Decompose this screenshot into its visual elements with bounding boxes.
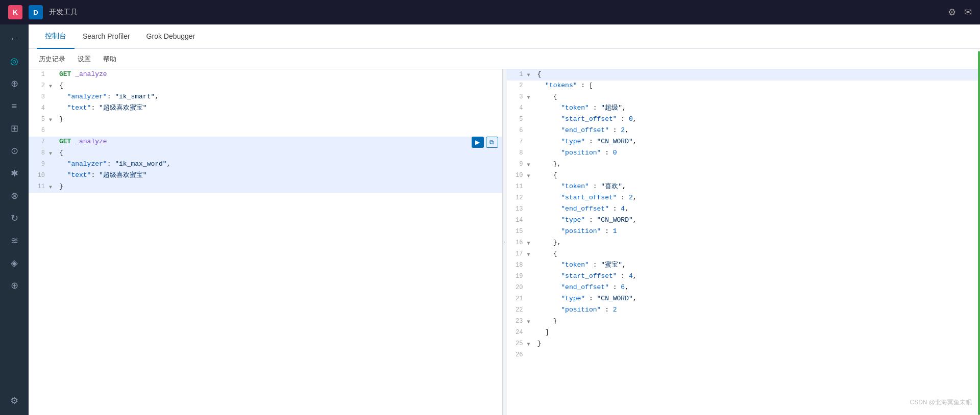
line-num: 5 bbox=[507, 114, 527, 124]
fold-btn bbox=[527, 215, 533, 226]
line-content: ] bbox=[533, 327, 981, 338]
table-row: 13 "end_offset" : 4, bbox=[507, 204, 981, 215]
fold-btn[interactable]: ▼ bbox=[527, 69, 533, 81]
left-editor-panel: 1 GET _analyze 2 ▼ { 3 "analyzer bbox=[29, 69, 503, 415]
fold-btn bbox=[527, 226, 533, 238]
table-row: 6 bbox=[29, 125, 502, 137]
fold-btn[interactable]: ▼ bbox=[527, 159, 533, 170]
fold-btn bbox=[527, 81, 533, 92]
sidebar-item-dashboard[interactable]: ◎ bbox=[4, 51, 24, 71]
line-num: 10 bbox=[507, 170, 527, 180]
sidebar-item-ml[interactable]: ✱ bbox=[4, 163, 24, 184]
toolbar: 历史记录 设置 帮助 bbox=[29, 49, 980, 69]
table-row: 3 ▼ { bbox=[507, 92, 981, 103]
line-num: 2 bbox=[507, 81, 527, 91]
sidebar-item-visualize[interactable]: ≡ bbox=[4, 96, 24, 116]
copy-button[interactable]: ⧉ bbox=[486, 137, 498, 148]
sidebar-item-discover[interactable]: ⊕ bbox=[4, 73, 24, 94]
table-row: 22 "position" : 2 bbox=[507, 305, 981, 316]
run-button[interactable]: ▶ bbox=[472, 137, 484, 148]
fold-btn[interactable]: ▼ bbox=[527, 170, 533, 181]
line-num: 7 bbox=[507, 137, 527, 147]
table-row: 10 ▼ { bbox=[507, 170, 981, 181]
fold-btn[interactable]: ▼ bbox=[49, 114, 55, 125]
table-row: 10 "text": "超级喜欢蜜宝" bbox=[29, 170, 502, 181]
line-num: 4 bbox=[507, 103, 527, 113]
fold-btn bbox=[527, 148, 533, 159]
line-num: 4 bbox=[29, 103, 49, 113]
table-row: 24 ] bbox=[507, 327, 981, 339]
sidebar-item-maps[interactable]: ⊙ bbox=[4, 141, 24, 161]
tab-console[interactable]: 控制台 bbox=[37, 24, 75, 49]
fold-btn[interactable]: ▼ bbox=[49, 81, 55, 92]
line-num: 3 bbox=[507, 92, 527, 102]
fold-btn bbox=[527, 327, 533, 339]
help-button[interactable]: 帮助 bbox=[101, 53, 118, 66]
fold-btn[interactable]: ▼ bbox=[527, 92, 533, 103]
fold-btn bbox=[527, 204, 533, 215]
fold-btn bbox=[527, 350, 533, 361]
line-num: 12 bbox=[507, 193, 527, 203]
line-actions: ▶ ⧉ bbox=[472, 137, 502, 148]
line-num: 1 bbox=[507, 69, 527, 80]
sidebar-item-observability[interactable]: ≋ bbox=[4, 230, 24, 251]
table-row: 17 ▼ { bbox=[507, 249, 981, 260]
line-content: "end_offset" : 2, bbox=[533, 125, 981, 136]
line-num: 2 bbox=[29, 81, 49, 91]
panel-divider[interactable]: ⋮ bbox=[503, 69, 507, 415]
tab-grok-debugger[interactable]: Grok Debugger bbox=[138, 24, 204, 49]
line-num: 25 bbox=[507, 339, 527, 349]
line-content: "token" : "超级", bbox=[533, 103, 981, 113]
sidebar-item-back[interactable]: ← bbox=[4, 29, 24, 49]
line-num: 3 bbox=[29, 92, 49, 102]
tab-search-profiler[interactable]: Search Profiler bbox=[75, 24, 138, 49]
settings-button[interactable]: 设置 bbox=[76, 53, 93, 66]
history-button[interactable]: 历史记录 bbox=[37, 53, 67, 66]
sidebar-item-stack[interactable]: ⊕ bbox=[4, 275, 24, 296]
sidebar-item-fleet[interactable]: ↻ bbox=[4, 208, 24, 228]
fold-btn[interactable]: ▼ bbox=[49, 148, 55, 159]
fold-btn[interactable]: ▼ bbox=[527, 238, 533, 249]
mail-icon[interactable]: ✉ bbox=[964, 7, 972, 18]
fold-btn bbox=[49, 137, 55, 148]
fold-btn[interactable]: ▼ bbox=[527, 339, 533, 350]
table-row: 1 GET _analyze bbox=[29, 69, 502, 81]
sidebar-item-security[interactable]: ⊗ bbox=[4, 186, 24, 206]
table-row: 3 "analyzer": "ik_smart", bbox=[29, 92, 502, 103]
sidebar-item-dashboard2[interactable]: ⊞ bbox=[4, 118, 24, 139]
sidebar-item-settings[interactable]: ⚙ bbox=[4, 391, 24, 411]
sidebar-item-devtools[interactable]: ◈ bbox=[4, 253, 24, 273]
fold-btn bbox=[527, 181, 533, 193]
line-num: 24 bbox=[507, 327, 527, 338]
fold-btn[interactable]: ▼ bbox=[49, 181, 55, 193]
line-num: 9 bbox=[507, 159, 527, 169]
line-content: { bbox=[533, 92, 981, 102]
line-num: 8 bbox=[29, 148, 49, 158]
line-content: } bbox=[533, 339, 981, 349]
line-num: 14 bbox=[507, 215, 527, 225]
line-content: "text": "超级喜欢蜜宝" bbox=[55, 103, 502, 113]
line-num: 18 bbox=[507, 260, 527, 270]
line-content: "position" : 0 bbox=[533, 148, 981, 158]
fold-btn[interactable]: ▼ bbox=[527, 316, 533, 327]
table-row: 18 "token" : "蜜宝", bbox=[507, 260, 981, 271]
line-num: 21 bbox=[507, 294, 527, 304]
fold-btn bbox=[527, 294, 533, 305]
left-code-editor[interactable]: 1 GET _analyze 2 ▼ { 3 "analyzer bbox=[29, 69, 502, 415]
fold-btn bbox=[527, 260, 533, 271]
fold-btn[interactable]: ▼ bbox=[527, 249, 533, 260]
table-row: 11 ▼ } bbox=[29, 181, 502, 193]
user-badge[interactable]: D bbox=[29, 5, 43, 19]
line-num: 6 bbox=[29, 125, 49, 136]
right-editor-panel[interactable]: 1 ▼ { 2 "tokens" : [ 3 ▼ { bbox=[507, 69, 981, 415]
table-row: 16 ▼ }, bbox=[507, 238, 981, 249]
settings-icon[interactable]: ⚙ bbox=[948, 7, 956, 18]
fold-btn[interactable] bbox=[49, 69, 55, 81]
table-row: 26 bbox=[507, 350, 981, 361]
table-row: 25 ▼ } bbox=[507, 339, 981, 350]
fold-btn bbox=[49, 159, 55, 170]
table-row: 5 ▼ } bbox=[29, 114, 502, 125]
fold-btn bbox=[49, 92, 55, 103]
line-content: }, bbox=[533, 159, 981, 169]
line-content: "end_offset" : 4, bbox=[533, 204, 981, 214]
